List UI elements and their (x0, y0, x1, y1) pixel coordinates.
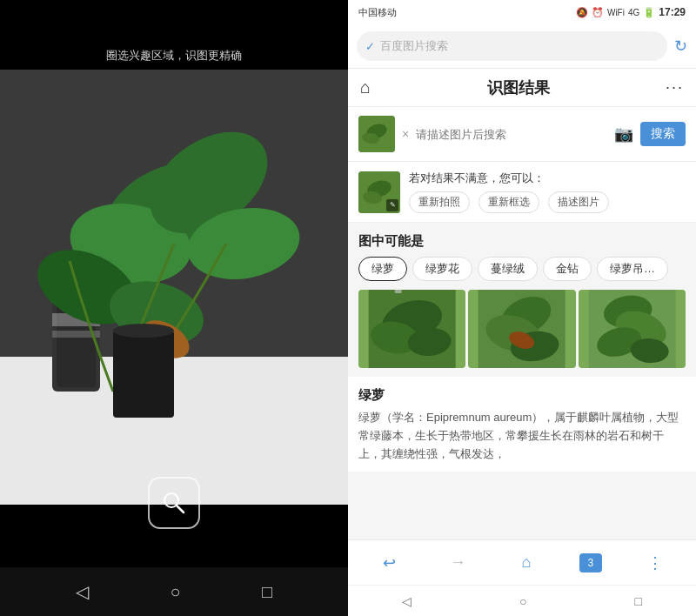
tag-manlvrong[interactable]: 蔓绿绒 (478, 257, 538, 281)
svg-rect-13 (113, 331, 174, 418)
browser-more-button[interactable]: ⋮ (639, 547, 671, 579)
android-back-button[interactable]: ◁ (402, 594, 412, 608)
android-nav-right: ◁ ○ □ (348, 585, 696, 616)
alarm-icon: ⏰ (592, 7, 604, 18)
tags-row: 绿萝 绿萝花 蔓绿绒 金钻 绿萝吊… (348, 257, 696, 290)
suggestion-content: 若对结果不满意，您可以： 重新拍照 重新框选 描述图片 (409, 171, 686, 213)
grid-photo-2[interactable] (468, 290, 575, 368)
camera-icon[interactable]: 📷 (614, 124, 633, 144)
search-in-image-button[interactable] (148, 477, 200, 529)
page-number-badge[interactable]: 3 (579, 553, 602, 572)
recents-nav-button[interactable]: □ (262, 582, 272, 602)
content-area: × 📷 搜索 ✎ 若对结果不满意，您可以： 重新拍照 (348, 107, 696, 539)
mute-icon: 🔕 (576, 7, 588, 18)
search-placeholder: 百度图片搜索 (380, 38, 659, 54)
tag-lvluohua[interactable]: 绿萝花 (412, 257, 472, 281)
home-icon[interactable]: ⌂ (360, 77, 371, 97)
describe-image-button[interactable]: 描述图片 (548, 191, 609, 213)
browser-back-button[interactable]: ↩ (373, 547, 405, 579)
hint-text: 圈选兴趣区域，识图更精确 (106, 48, 242, 64)
browser-home-button[interactable]: ⌂ (511, 547, 542, 579)
tag-jinzuan[interactable]: 金钻 (543, 257, 592, 281)
browser-forward-button[interactable]: → (442, 547, 473, 579)
description-input[interactable] (416, 120, 607, 148)
signal-icon: 4G (628, 8, 639, 17)
page-title: 识图结果 (487, 77, 550, 98)
tag-lvluodiao[interactable]: 绿萝吊… (597, 257, 668, 281)
search-input-container[interactable]: ✓ 百度图片搜索 (357, 31, 667, 61)
suggestion-thumbnail: ✎ (358, 171, 400, 213)
more-vertical-icon: ⋮ (647, 553, 663, 572)
reframe-button[interactable]: 重新框选 (478, 191, 539, 213)
section-title: 图中可能是 (348, 223, 696, 257)
suggestion-actions: 重新拍照 重新框选 描述图片 (409, 191, 686, 213)
svg-line-16 (177, 506, 184, 512)
svg-rect-27 (395, 290, 402, 293)
browser-bottom-nav: ↩ → ⌂ 3 ⋮ (348, 539, 696, 585)
forward-arrow-icon: → (450, 553, 465, 572)
status-bar: 中国移动 🔕 ⏰ WiFi 4G 🔋 17:29 (348, 0, 696, 24)
left-panel: 圈选兴趣区域，识图更精确 (0, 0, 348, 616)
status-icons: 🔕 ⏰ WiFi 4G 🔋 17:29 (576, 6, 686, 18)
verified-icon: ✓ (365, 40, 375, 53)
result-card: 绿萝 绿萝（学名：Epipremnum aureum），属于麒麟叶属植物，大型常… (348, 377, 696, 472)
home-nav-button[interactable]: ○ (170, 582, 180, 602)
photo-grid (348, 290, 696, 377)
back-nav-button[interactable]: ◁ (76, 581, 89, 602)
android-recents-button[interactable]: □ (635, 594, 642, 608)
grid-photo-1[interactable] (358, 290, 465, 368)
close-query-button[interactable]: × (402, 127, 409, 141)
retake-photo-button[interactable]: 重新拍照 (409, 191, 470, 213)
svg-point-14 (113, 324, 174, 338)
suggestion-title: 若对结果不满意，您可以： (409, 171, 686, 186)
grid-photo-3[interactable] (579, 290, 686, 368)
wifi-icon: WiFi (607, 8, 625, 17)
overlay-icon: ✎ (386, 199, 398, 211)
bottom-nav-left: ◁ ○ □ (0, 567, 348, 616)
carrier-text: 中国移动 (358, 6, 397, 19)
more-options-icon[interactable]: ··· (666, 78, 684, 97)
back-arrow-icon: ↩ (383, 553, 396, 572)
right-panel: 中国移动 🔕 ⏰ WiFi 4G 🔋 17:29 ✓ 百度图片搜索 ↻ ⌂ 识图… (348, 0, 696, 616)
search-button[interactable]: 搜索 (640, 122, 686, 146)
tag-lvluo[interactable]: 绿萝 (358, 257, 407, 281)
suggestion-row: ✎ 若对结果不满意，您可以： 重新拍照 重新框选 描述图片 (348, 162, 696, 223)
time-display: 17:29 (659, 6, 686, 18)
search-bar-row: ✓ 百度图片搜索 ↻ (348, 24, 696, 69)
plant-description: 绿萝（学名：Epipremnum aureum），属于麒麟叶属植物，大型常绿藤本… (358, 409, 686, 463)
battery-icon: 🔋 (643, 7, 655, 18)
browser-home-icon: ⌂ (522, 553, 532, 572)
plant-photo (0, 70, 348, 505)
query-thumbnail (358, 116, 395, 152)
plant-name: 绿萝 (358, 387, 686, 404)
app-bar: ⌂ 识图结果 ··· (348, 69, 696, 107)
image-search-card: × 📷 搜索 (348, 107, 696, 162)
android-home-button[interactable]: ○ (519, 594, 526, 608)
refresh-icon[interactable]: ↻ (674, 37, 687, 56)
